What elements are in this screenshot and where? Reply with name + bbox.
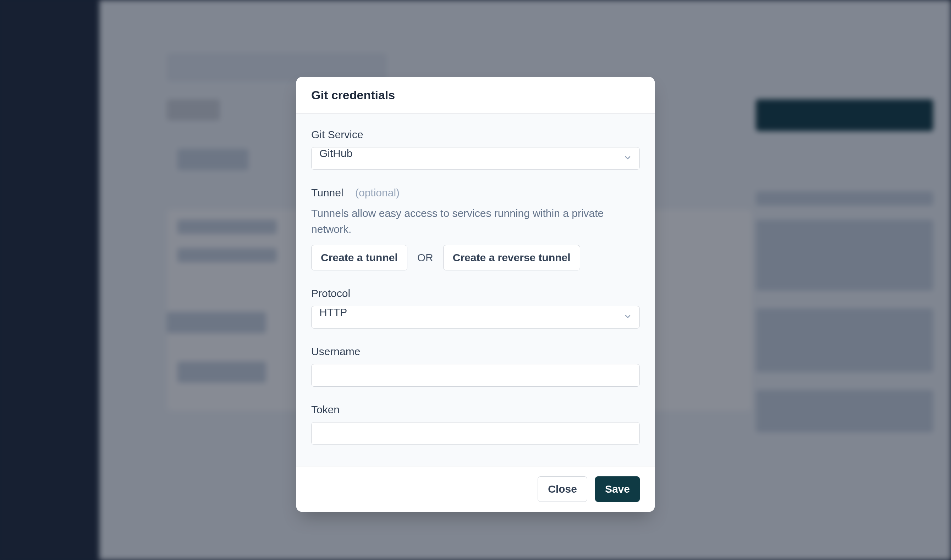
- tunnel-group: Tunnel (optional) Tunnels allow easy acc…: [311, 187, 640, 271]
- close-button[interactable]: Close: [537, 476, 587, 502]
- modal-header: Git credentials: [296, 77, 655, 114]
- tunnel-label-row: Tunnel (optional): [311, 187, 640, 199]
- git-service-select[interactable]: GitHub: [311, 147, 640, 170]
- token-group: Token: [311, 404, 640, 445]
- git-service-label: Git Service: [311, 129, 640, 141]
- protocol-select-wrapper: HTTP: [311, 306, 640, 329]
- or-text: OR: [417, 252, 433, 264]
- tunnel-buttons: Create a tunnel OR Create a reverse tunn…: [311, 245, 640, 271]
- protocol-label: Protocol: [311, 288, 640, 300]
- git-service-group: Git Service GitHub: [311, 129, 640, 170]
- git-credentials-modal: Git credentials Git Service GitHub Tunne…: [296, 77, 655, 512]
- token-input[interactable]: [311, 422, 640, 445]
- username-group: Username: [311, 346, 640, 387]
- username-label: Username: [311, 346, 640, 358]
- protocol-select[interactable]: HTTP: [311, 306, 640, 329]
- create-reverse-tunnel-button[interactable]: Create a reverse tunnel: [443, 245, 580, 271]
- tunnel-label: Tunnel: [311, 187, 343, 198]
- git-service-value: GitHub: [320, 148, 352, 159]
- tunnel-optional: (optional): [355, 187, 400, 198]
- git-service-select-wrapper: GitHub: [311, 147, 640, 170]
- create-tunnel-button[interactable]: Create a tunnel: [311, 245, 408, 271]
- tunnel-description: Tunnels allow easy access to services ru…: [311, 205, 640, 237]
- username-input[interactable]: [311, 364, 640, 387]
- token-label: Token: [311, 404, 640, 416]
- protocol-group: Protocol HTTP: [311, 288, 640, 329]
- modal-title: Git credentials: [311, 88, 640, 102]
- save-button[interactable]: Save: [595, 476, 640, 502]
- modal-body: Git Service GitHub Tunnel (optional) Tun…: [296, 114, 655, 466]
- modal-footer: Close Save: [296, 466, 655, 512]
- protocol-value: HTTP: [320, 306, 347, 318]
